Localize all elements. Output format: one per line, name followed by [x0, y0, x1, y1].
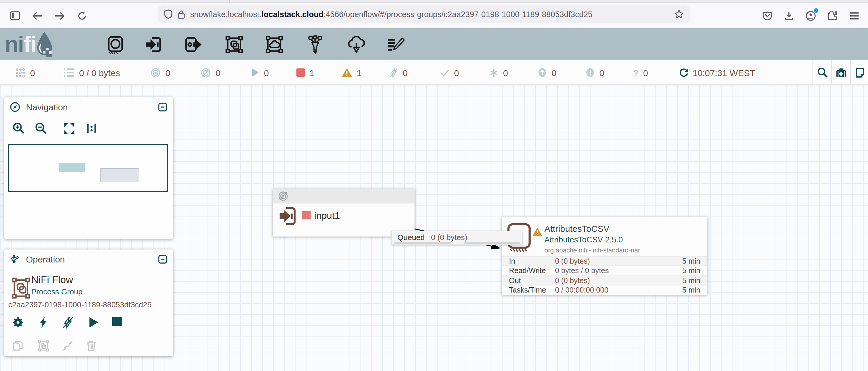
account-notification-dot [814, 8, 818, 13]
processor-component[interactable]: AttributesToCSV AttributesToCSV 2.5.0 or… [502, 217, 707, 295]
stat-row-in: In 0 (0 bytes) 5 min [502, 256, 707, 265]
navigation-collapse-icon[interactable] [158, 102, 167, 111]
shield-icon[interactable] [164, 9, 173, 19]
drag-remote-process-group-icon[interactable] [257, 28, 290, 60]
drag-funnel-icon[interactable] [298, 28, 331, 60]
tab-strip [0, 0, 868, 3]
status-active-threads: 0 [16, 60, 35, 85]
birdseye-minimap[interactable] [8, 144, 168, 231]
drag-template-icon[interactable] [340, 28, 373, 60]
not-transmitting-icon [201, 68, 211, 77]
backpressure-bar [464, 242, 520, 244]
status-up-to-date: 0 [440, 60, 459, 85]
configure-gear-icon[interactable] [12, 317, 24, 330]
start-play-icon[interactable] [89, 317, 99, 330]
selection-name: NiFi Flow [31, 274, 73, 286]
browser-menu-icon[interactable] [845, 7, 863, 25]
navigation-title: Navigation [26, 102, 68, 112]
drag-label-icon[interactable] [378, 28, 411, 60]
paintbrush-icon[interactable] [62, 340, 73, 354]
reload-icon[interactable] [73, 7, 91, 25]
exclamation-circle-icon [586, 68, 595, 77]
nifi-app-window: snowflake.localhost.localstack.cloud:456… [0, 0, 868, 371]
processor-stats-table: In 0 (0 bytes) 5 min Read/Write 0 bytes … [502, 256, 707, 295]
connection-queued-label[interactable]: Queued 0 (0 bytes) [392, 231, 523, 245]
search-icon [817, 67, 828, 78]
navigation-panel: Navigation [4, 97, 173, 239]
first-aid-kit-icon [836, 68, 847, 77]
queue-size-bar [395, 242, 451, 244]
asterisk-icon [490, 68, 498, 77]
flow-canvas[interactable]: Navigation [0, 85, 868, 371]
flow-analysis-button[interactable] [831, 60, 850, 85]
trash-icon[interactable] [86, 340, 96, 354]
status-refresh: 10:07:31 WEST [679, 60, 755, 85]
input-port-component[interactable]: input1 [273, 189, 414, 237]
zoom-out-icon[interactable] [35, 122, 47, 137]
nifi-logo-fi: fi [24, 32, 36, 57]
enable-bolt-icon[interactable] [39, 317, 47, 331]
stat-row-readwrite: Read/Write 0 bytes / 0 bytes 5 min [502, 265, 707, 275]
selection-type: Process Group [31, 287, 82, 296]
minimap-viewport[interactable] [8, 144, 168, 192]
status-disabled: 0 [389, 60, 408, 85]
browser-chrome: snowflake.localhost.localstack.cloud:456… [0, 0, 868, 28]
stat-row-out: Out 0 (0 bytes) 5 min [502, 275, 707, 285]
status-locally-modified-stale: 0 [586, 60, 604, 85]
minimap-outside-area[interactable] [8, 192, 168, 231]
back-icon[interactable] [28, 7, 46, 25]
status-stale: 0 [538, 60, 557, 85]
address-bar[interactable]: snowflake.localhost.localstack.cloud:456… [158, 5, 690, 23]
extensions-puzzle-icon[interactable] [824, 7, 841, 25]
bulletin-board-button[interactable] [850, 60, 868, 85]
nifi-logo-drop-icon [35, 31, 55, 58]
warning-triangle-icon [342, 68, 352, 77]
zoom-in-icon[interactable] [12, 122, 25, 137]
zoom-fit-icon[interactable] [63, 123, 75, 137]
processor-bundle: org.apache.nifi - nifi-standard-nar [545, 246, 640, 254]
tab-divider [229, 0, 230, 3]
status-transmitting: 0 [151, 60, 170, 85]
account-icon[interactable] [802, 7, 819, 25]
stopped-square-icon [297, 68, 305, 77]
status-sync-failure: ? 0 [633, 60, 648, 85]
drag-process-group-icon[interactable] [217, 28, 250, 60]
stat-row-tasks: Tasks/Time 0 / 00:00:00.000 5 min [502, 285, 707, 295]
minimap-processor-rect [100, 168, 140, 182]
bookmark-star-icon[interactable] [674, 9, 684, 19]
input-port-name: input1 [314, 210, 340, 221]
status-invalid: 1 [342, 60, 362, 85]
drag-processor-icon[interactable] [99, 28, 132, 60]
queued-value: 0 (0 bytes) [431, 233, 467, 242]
nifi-logo-ni: ni [5, 32, 24, 57]
processor-name: AttributesToCSV [545, 224, 609, 234]
selection-id: c2aa2397-0198-1000-1189-88053df3cd25 [8, 300, 151, 309]
status-running: 0 [251, 60, 269, 85]
group-icon[interactable] [38, 340, 49, 354]
nifi-logo: nifi [5, 31, 55, 57]
stop-square-icon[interactable] [112, 317, 122, 329]
drag-input-port-icon[interactable] [137, 28, 170, 60]
operation-panel: Operation NiFi Flow Process Group c2aa23… [4, 249, 173, 356]
downloads-icon[interactable] [780, 7, 798, 25]
drag-output-port-icon[interactable] [177, 28, 210, 60]
threads-grid-icon [16, 68, 25, 77]
stale-up-arrow-icon [538, 68, 547, 77]
copy-icon[interactable] [12, 340, 23, 353]
nifi-toolbar: nifi [0, 28, 868, 60]
disable-bolt-icon[interactable] [62, 317, 74, 331]
search-button[interactable] [812, 60, 831, 85]
forward-icon[interactable] [51, 7, 68, 25]
url-text[interactable]: snowflake.localhost.localstack.cloud:456… [190, 10, 592, 19]
status-not-transmitting: 0 [201, 60, 221, 85]
status-stopped: 1 [297, 60, 314, 85]
zoom-actual-size-icon[interactable] [86, 123, 97, 137]
processor-warning-icon [533, 228, 542, 239]
flow-status-bar: 0 0 / 0 bytes 0 0 0 1 1 0 [0, 60, 868, 85]
sidebar-toggle-icon[interactable] [6, 7, 24, 25]
lock-icon[interactable] [178, 10, 185, 19]
pocket-icon[interactable] [758, 7, 776, 25]
operation-collapse-icon[interactable] [158, 255, 167, 263]
question-icon: ? [633, 68, 638, 77]
running-play-icon [251, 68, 259, 77]
